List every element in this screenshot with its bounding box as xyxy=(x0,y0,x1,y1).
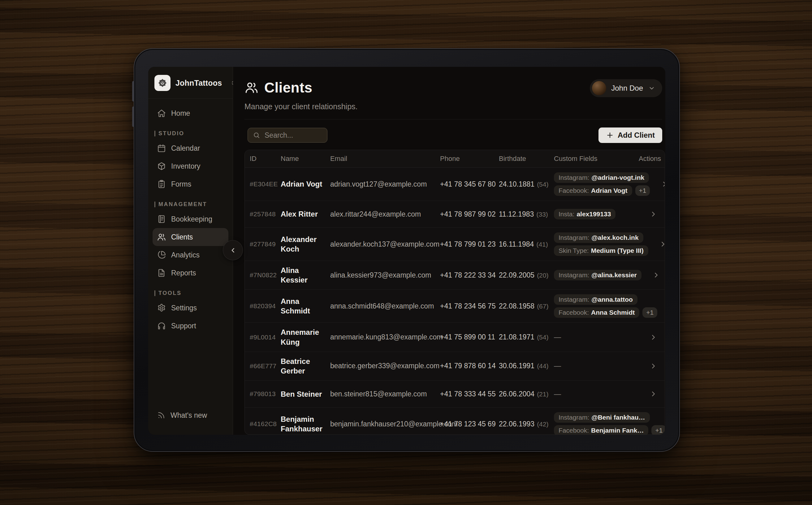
user-name: John Doe xyxy=(611,84,643,93)
client-name: Adrian Vogt xyxy=(281,179,330,189)
client-custom-fields: — xyxy=(554,362,639,370)
client-email: alina.kessier973@example.com xyxy=(330,271,440,280)
table-row[interactable]: #7N0822 Alina Kessier alina.kessier973@e… xyxy=(245,261,665,290)
workspace-name: JohnTattoos xyxy=(175,78,222,88)
more-fields-badge: +1 xyxy=(635,185,650,196)
workspace-switcher[interactable]: JohnTattoos xyxy=(148,67,233,99)
sidebar-section-tools: TOOLS xyxy=(154,290,226,297)
sidebar-item-inventory[interactable]: Inventory xyxy=(153,157,228,175)
table-row[interactable]: #820394 Anna Schmidt anna.schmidt648@exa… xyxy=(245,290,665,323)
client-age: (42) xyxy=(537,420,548,428)
sidebar-item-clients[interactable]: Clients xyxy=(153,228,228,246)
row-details-chevron-icon[interactable] xyxy=(657,302,665,310)
client-custom-fields: Instagram:@alex.koch.inkSkin Type:Medium… xyxy=(554,232,648,256)
column-header-email: Email xyxy=(330,155,440,163)
gear-icon xyxy=(157,303,166,313)
sidebar-item-label: Settings xyxy=(171,304,197,312)
client-age: (44) xyxy=(537,362,548,369)
column-header-actions: Actions xyxy=(639,155,657,163)
page-subtitle: Manage your client relationships. xyxy=(245,102,662,111)
row-details-chevron-icon[interactable] xyxy=(639,210,657,218)
client-birthdate: 22.09.2005(20) xyxy=(499,271,554,280)
sidebar-item-bookkeeping[interactable]: Bookkeeping xyxy=(153,210,228,228)
sidebar-item-label: Forms xyxy=(171,180,191,188)
client-id: #798013 xyxy=(250,390,281,398)
row-details-chevron-icon[interactable] xyxy=(639,333,657,341)
user-menu[interactable]: John Doe xyxy=(590,79,662,97)
table-row[interactable]: #277849 Alexander Koch alexander.koch137… xyxy=(245,228,665,261)
sidebar-item-label: Home xyxy=(171,109,190,118)
sidebar-item-forms[interactable]: Forms xyxy=(153,175,228,193)
tablet-frame: JohnTattoos Home STUDIO Calendar Invent xyxy=(134,48,680,452)
sidebar-item-home[interactable]: Home xyxy=(153,104,228,122)
client-birthdate: 22.06.1993(42) xyxy=(499,420,554,428)
client-phone: +41 75 899 00 11 xyxy=(440,333,499,341)
custom-field-badge: Instagram:@adrian-vogt.ink xyxy=(554,172,649,183)
clients-title-icon xyxy=(245,80,259,95)
table-row[interactable]: #4162C8 Benjamin Fankhauser benjamin.fan… xyxy=(245,407,665,435)
client-age: (41) xyxy=(536,241,548,248)
sidebar-section-management: MANAGEMENT xyxy=(154,201,226,208)
row-details-chevron-icon[interactable] xyxy=(642,271,660,279)
custom-fields-empty: — xyxy=(554,390,561,398)
table-row[interactable]: #798013 Ben Steiner ben.steiner815@examp… xyxy=(245,381,665,407)
sidebar-item-settings[interactable]: Settings xyxy=(153,299,228,317)
client-id: #277849 xyxy=(250,240,281,248)
search-icon xyxy=(253,132,260,139)
client-phone: +41 78 234 56 75 xyxy=(440,302,499,310)
table-body: #E304EE Adrian Vogt adrian.vogt127@examp… xyxy=(245,168,665,435)
row-details-chevron-icon[interactable] xyxy=(650,180,665,188)
client-name: Alex Ritter xyxy=(281,209,330,219)
table-row[interactable]: #9L0014 Annemarie Küng annemarie.kung813… xyxy=(245,323,665,351)
custom-field-badge: Insta:alex199133 xyxy=(554,209,616,219)
client-name: Alexander Koch xyxy=(281,234,330,254)
client-birthdate: 30.06.1991(44) xyxy=(499,362,554,370)
client-age: (54) xyxy=(537,181,548,188)
row-details-chevron-icon[interactable] xyxy=(639,362,657,370)
sidebar-item-label: Support xyxy=(171,322,196,330)
client-custom-fields: Instagram:@adrian-vogt.inkFacebook:Adria… xyxy=(554,172,650,196)
sidebar: JohnTattoos Home STUDIO Calendar Invent xyxy=(148,67,233,435)
row-details-chevron-icon[interactable] xyxy=(648,240,665,248)
client-birthdate: 26.06.2004(21) xyxy=(499,390,554,398)
sidebar-nav: Home STUDIO Calendar Inventory Forms MAN… xyxy=(148,99,233,335)
client-age: (33) xyxy=(536,211,548,218)
client-phone: +41 78 222 33 34 xyxy=(440,271,499,280)
custom-field-badge: Facebook:Benjamin Fank… xyxy=(554,425,648,435)
client-age: (20) xyxy=(537,272,548,279)
table-row[interactable]: #257848 Alex Ritter alex.rittar244@examp… xyxy=(245,201,665,228)
client-phone: +41 79 878 60 14 xyxy=(440,362,499,370)
volume-down-button xyxy=(132,107,134,127)
sidebar-item-label: Analytics xyxy=(171,251,200,259)
sidebar-item-calendar[interactable]: Calendar xyxy=(153,139,228,157)
search-input[interactable] xyxy=(264,131,322,140)
sidebar-item-support[interactable]: Support xyxy=(153,317,228,335)
main-content: Clients John Doe Manage your client rela… xyxy=(233,67,665,435)
sidebar-collapse-button[interactable] xyxy=(223,240,243,260)
sidebar-item-analytics[interactable]: Analytics xyxy=(153,246,228,264)
whats-new-link[interactable]: What's new xyxy=(153,406,228,424)
column-header-phone: Phone xyxy=(440,155,499,163)
search-box xyxy=(248,128,327,143)
table-row[interactable]: #E304EE Adrian Vogt adrian.vogt127@examp… xyxy=(245,168,665,201)
client-age: (67) xyxy=(537,303,548,310)
custom-field-badge: Instagram:@alex.koch.ink xyxy=(554,232,643,243)
client-email: alex.rittar244@example.com xyxy=(330,210,440,218)
client-email: annemarie.kung813@example.com xyxy=(330,333,440,341)
custom-field-badge: Instagram:@Beni fankhau… xyxy=(554,412,650,423)
client-id: #257848 xyxy=(250,210,281,218)
sidebar-item-label: Calendar xyxy=(171,144,200,153)
sidebar-item-label: Inventory xyxy=(171,162,200,170)
pie-chart-icon xyxy=(157,250,166,260)
client-id: #7N0822 xyxy=(250,272,281,279)
row-details-chevron-icon[interactable] xyxy=(639,390,657,398)
add-client-button[interactable]: Add Client xyxy=(599,128,662,143)
sidebar-item-reports[interactable]: Reports xyxy=(153,264,228,282)
table-row[interactable]: #66E777 Beatrice Gerber beatrice.gerber3… xyxy=(245,352,665,381)
chevron-down-icon xyxy=(648,85,655,92)
client-birthdate: 21.08.1971(54) xyxy=(499,333,554,341)
app-screen: JohnTattoos Home STUDIO Calendar Invent xyxy=(148,67,665,435)
brand-logo-icon xyxy=(154,75,170,91)
sidebar-item-label: Clients xyxy=(171,233,193,241)
sidebar-item-label: Bookkeeping xyxy=(171,215,212,223)
